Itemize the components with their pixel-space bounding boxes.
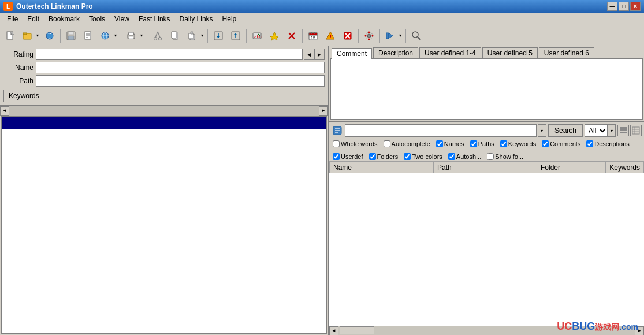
search-panel-icon[interactable] bbox=[332, 125, 343, 136]
remove-button[interactable] bbox=[340, 28, 356, 44]
maximize-button[interactable]: □ bbox=[619, 2, 629, 11]
refresh-button[interactable] bbox=[42, 28, 58, 44]
name-input[interactable] bbox=[36, 62, 325, 73]
export-button[interactable] bbox=[228, 28, 244, 44]
tab-comment[interactable]: Comment bbox=[332, 48, 372, 59]
paste-button[interactable]: ▾ bbox=[184, 28, 205, 44]
print-button[interactable]: ▾ bbox=[124, 28, 144, 44]
option-names[interactable]: Names bbox=[436, 140, 464, 147]
app-icon: L bbox=[3, 2, 13, 11]
alert-button[interactable]: ! bbox=[322, 28, 338, 44]
calendar-button[interactable]: 15 bbox=[305, 28, 321, 44]
delete-button[interactable] bbox=[284, 28, 300, 44]
col-keywords[interactable]: Keywords bbox=[606, 162, 644, 173]
svg-marker-36 bbox=[270, 32, 278, 40]
option-autocomplete[interactable]: Autocomplete bbox=[384, 140, 430, 147]
checkbox-names[interactable] bbox=[436, 140, 443, 147]
checkbox-userdef[interactable] bbox=[333, 153, 340, 160]
checkbox-showfo[interactable] bbox=[487, 153, 494, 160]
checkbox-descriptions[interactable] bbox=[586, 140, 593, 147]
path-row: Path bbox=[3, 75, 325, 87]
view-detail-button[interactable] bbox=[630, 125, 642, 136]
highlight-button[interactable] bbox=[266, 28, 282, 44]
menu-fastlinks[interactable]: Fast Links bbox=[134, 14, 175, 24]
checkbox-comments[interactable] bbox=[542, 140, 549, 147]
save-button[interactable] bbox=[63, 28, 79, 44]
new-button[interactable] bbox=[2, 28, 18, 44]
scroll-left-arrow[interactable]: ◄ bbox=[0, 106, 9, 116]
menu-help[interactable]: Help bbox=[218, 14, 241, 24]
checkbox-paths[interactable] bbox=[470, 140, 477, 147]
rating-prev-button[interactable]: ◄ bbox=[304, 49, 314, 60]
tab-description[interactable]: Description bbox=[373, 47, 418, 58]
rating-field bbox=[36, 49, 303, 60]
search-input[interactable] bbox=[345, 124, 537, 137]
scroll-thumb[interactable] bbox=[340, 326, 374, 334]
col-path[interactable]: Path bbox=[433, 162, 537, 173]
edit-button[interactable] bbox=[80, 28, 96, 44]
checkbox-keywords[interactable] bbox=[500, 140, 507, 147]
svg-rect-40 bbox=[309, 33, 317, 35]
menu-bookmark[interactable]: Bookmark bbox=[44, 14, 84, 24]
tab-userdefined14[interactable]: User defined 1-4 bbox=[419, 47, 481, 58]
nav-button[interactable]: ▾ bbox=[382, 28, 403, 44]
scroll-bottom-left[interactable]: ◄ bbox=[329, 326, 338, 336]
menu-edit[interactable]: Edit bbox=[23, 14, 44, 24]
menu-view[interactable]: View bbox=[110, 14, 134, 24]
search-button[interactable]: Search bbox=[548, 124, 583, 137]
svg-rect-65 bbox=[620, 132, 627, 133]
svg-marker-55 bbox=[388, 33, 393, 39]
settings-button[interactable] bbox=[361, 28, 377, 44]
menu-dailylinks[interactable]: Daily Links bbox=[175, 14, 218, 24]
cut-button[interactable] bbox=[150, 28, 166, 44]
minimize-button[interactable]: — bbox=[607, 2, 617, 11]
option-keywords[interactable]: Keywords bbox=[500, 140, 536, 147]
search-input-dropdown[interactable]: ▾ bbox=[538, 124, 546, 137]
close-button[interactable]: ✕ bbox=[630, 2, 641, 11]
checkbox-folders[interactable] bbox=[369, 153, 376, 160]
checkbox-autoshow[interactable] bbox=[448, 153, 455, 160]
option-two-colors[interactable]: Two colors bbox=[404, 153, 442, 160]
col-folder[interactable]: Folder bbox=[537, 162, 606, 173]
validate-button[interactable]: abc bbox=[249, 28, 265, 44]
import-button[interactable] bbox=[210, 28, 226, 44]
open-button[interactable]: ▾ bbox=[20, 28, 40, 44]
search-toolbar-button[interactable] bbox=[408, 28, 425, 44]
tab-content-area bbox=[330, 58, 643, 120]
scroll-track[interactable] bbox=[9, 106, 319, 116]
checkbox-whole-words[interactable] bbox=[333, 140, 340, 147]
option-paths[interactable]: Paths bbox=[470, 140, 494, 147]
option-userdef[interactable]: Userdef bbox=[333, 153, 363, 160]
separator-8 bbox=[379, 29, 380, 43]
menu-tools[interactable]: Tools bbox=[84, 14, 110, 24]
results-area[interactable]: Name Path Folder Keywords bbox=[329, 162, 644, 326]
copy-button[interactable] bbox=[167, 28, 183, 44]
separator-7 bbox=[358, 29, 359, 43]
search-type-dropdown[interactable]: ▾ bbox=[608, 124, 616, 137]
tab-userdefined5[interactable]: User defined 5 bbox=[482, 47, 538, 58]
bookmark-tree[interactable] bbox=[1, 116, 327, 334]
svg-text:!: ! bbox=[330, 34, 332, 39]
option-descriptions[interactable]: Descriptions bbox=[586, 140, 630, 147]
scroll-right-arrow[interactable]: ► bbox=[319, 106, 328, 116]
tree-selected-row[interactable] bbox=[2, 117, 326, 129]
search-type-select[interactable]: All bbox=[585, 124, 608, 137]
checkbox-autocomplete[interactable] bbox=[384, 140, 390, 147]
tab-userdefined6[interactable]: User defined 6 bbox=[539, 47, 594, 58]
option-comments[interactable]: Comments bbox=[542, 140, 580, 147]
option-folders[interactable]: Folders bbox=[369, 153, 399, 160]
checkbox-two-colors[interactable] bbox=[404, 153, 411, 160]
option-whole-words[interactable]: Whole words bbox=[333, 140, 378, 147]
rating-next-button[interactable]: ► bbox=[314, 49, 325, 60]
rating-label: Rating bbox=[3, 50, 33, 58]
keywords-button[interactable]: Keywords bbox=[3, 90, 44, 102]
web-button[interactable]: ▾ bbox=[98, 28, 118, 44]
path-input[interactable] bbox=[36, 75, 325, 87]
col-name[interactable]: Name bbox=[330, 162, 434, 173]
left-top-scrollbar: ◄ ► bbox=[0, 106, 328, 115]
option-showfo[interactable]: Show fo... bbox=[487, 153, 523, 160]
separator-2 bbox=[121, 29, 121, 43]
view-list-button[interactable] bbox=[617, 125, 629, 136]
option-autoshow[interactable]: Autosh... bbox=[448, 153, 481, 160]
menu-file[interactable]: File bbox=[2, 14, 23, 24]
